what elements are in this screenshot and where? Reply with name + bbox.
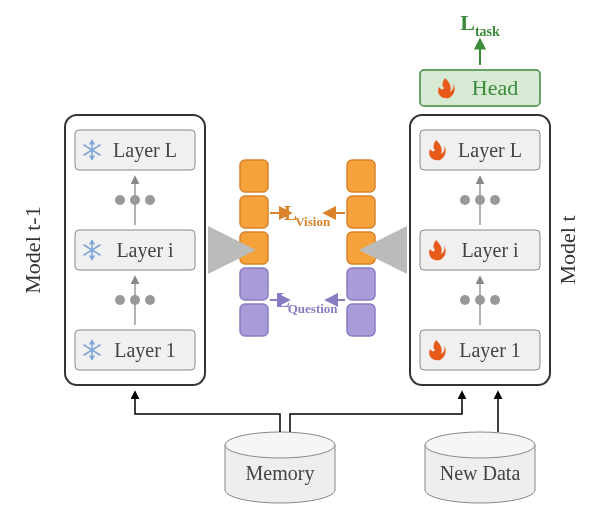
left-model-label: Model t-1 [20,206,45,293]
svg-point-7 [145,195,155,205]
svg-point-21 [460,195,470,205]
memory-cylinder: Memory [225,432,335,503]
head-box: Head [420,70,540,106]
svg-rect-36 [347,196,375,228]
loss-task: Ltask [460,10,500,39]
svg-point-25 [460,295,470,305]
svg-point-27 [490,295,500,305]
right-layer-L: Layer L [420,130,540,170]
right-layer-1-label: Layer 1 [459,339,521,362]
left-layer-1: Layer 1 [75,330,195,370]
right-layer-i: Layer i [420,230,540,270]
svg-point-12 [115,295,125,305]
svg-point-49 [425,432,535,458]
left-layer-L: Layer L [75,130,195,170]
right-feature-stack [347,160,375,336]
svg-rect-32 [240,232,268,264]
right-layer-i-label: Layer i [461,239,519,262]
newdata-label: New Data [440,462,521,484]
svg-point-5 [115,195,125,205]
svg-rect-34 [240,304,268,336]
left-layer-1-label: Layer 1 [114,339,176,362]
memory-to-right-arrow [290,392,462,432]
svg-rect-30 [240,160,268,192]
left-layer-i: Layer i [75,230,195,270]
left-layer-L-label: Layer L [113,139,177,162]
right-layer-L-label: Layer L [458,139,522,162]
svg-rect-33 [240,268,268,300]
svg-point-23 [490,195,500,205]
memory-label: Memory [246,462,315,485]
svg-rect-39 [347,304,375,336]
svg-rect-37 [347,232,375,264]
svg-rect-35 [347,160,375,192]
left-feature-stack [240,160,268,336]
svg-point-44 [225,432,335,458]
right-layer-1: Layer 1 [420,330,540,370]
svg-rect-38 [347,268,375,300]
left-model: Model t-1 Layer L [20,115,205,385]
svg-point-14 [145,295,155,305]
right-model: Model t Layer L Layer i [410,115,580,385]
left-layer-i-label: Layer i [116,239,174,262]
head-label: Head [472,75,518,100]
loss-question: LQuestion [276,289,338,316]
newdata-cylinder: New Data [425,432,535,503]
loss-vision: LVision [284,202,331,229]
svg-rect-31 [240,196,268,228]
memory-to-left-arrow [135,392,280,432]
right-model-label: Model t [555,215,580,284]
